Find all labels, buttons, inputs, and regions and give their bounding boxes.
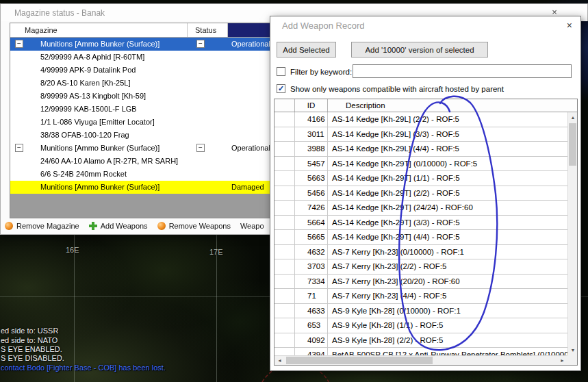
row-selector-cell[interactable]	[274, 171, 295, 186]
column-header-magazine[interactable]: Magazine	[10, 23, 188, 37]
compat-checkbox[interactable]: ✓	[277, 84, 285, 93]
row-selector-cell[interactable]	[274, 289, 295, 303]
magazine-row-status: Operational	[231, 144, 270, 152]
weapon-row[interactable]: 3703AS-7 Kerry [Kh-23] (2/2) - ROF:5	[274, 259, 567, 275]
weapon-description: AS-9 Kyle [Kh-28] (2/2) - ROF:5	[328, 333, 567, 348]
weapon-description: AS-14 Kedge [Kh-29L] (2/2) - ROF:5	[328, 112, 567, 127]
grid-label-16e: 16E	[66, 246, 79, 254]
weapon-row[interactable]: 4633AS-9 Kyle [Kh-28] (0/10000) - ROF:1	[274, 304, 567, 319]
weapon-description: AS-14 Kedge [Kh-29T] (2/2) - ROF:5	[328, 186, 567, 201]
tree-expander-icon[interactable]: −	[15, 144, 23, 152]
weapon-row[interactable]: 71AS-7 Kerry [Kh-23] (4/4) - ROF:5	[274, 289, 567, 304]
weapon-description: AS-14 Kedge [Kh-29T] (3/3) - ROF:5	[328, 216, 567, 230]
add-10000-button[interactable]: Add '10000' version of selected	[351, 42, 488, 58]
weapon-description: AS-9 Kyle [Kh-28] (0/10000) - ROF:1	[328, 304, 567, 318]
row-selector-cell[interactable]	[274, 230, 295, 244]
row-selector-cell[interactable]	[274, 216, 295, 230]
magazine-row-status: Operational	[231, 40, 270, 48]
scroll-up-icon[interactable]: ▲	[568, 112, 578, 123]
scrollbar-corner	[567, 355, 577, 365]
magazine-row-label: Munitions [Ammo Bunker (Surface)]	[40, 144, 159, 152]
weapon-id: 71	[295, 289, 328, 303]
weapon-grid-rows: 4166AS-14 Kedge [Kh-29L] (2/2) - ROF:530…	[274, 112, 567, 355]
weapon-row[interactable]: 5663AS-14 Kedge [Kh-29T] (1/1) - ROF:5	[274, 171, 567, 186]
weapon-description: AS-14 Kedge [Kh-29L] (4/4) - ROF:5	[328, 142, 567, 156]
toolbar-item-remove-magazine[interactable]: Remove Magazine	[5, 222, 79, 230]
row-selector-cell[interactable]	[274, 186, 295, 201]
weapon-grid-header: ID Description	[274, 99, 577, 112]
row-selector-cell[interactable]	[274, 259, 295, 274]
weapon-id: 4166	[295, 112, 328, 127]
magazine-row-label: 6/6 S-24B 240mm Rocket	[40, 170, 127, 178]
weapon-row[interactable]: 7334AS-7 Kerry [Kh-23] (20/20) - ROF:60	[274, 275, 567, 290]
row-selector-cell[interactable]	[274, 333, 295, 348]
status-expander-icon[interactable]: −	[196, 40, 205, 48]
weapon-description: AS-14 Kedge [Kh-29L] (3/3) - ROF:5	[328, 127, 567, 142]
add-weapon-record-dialog: Add Weapon Record × Add Selected Add '10…	[270, 16, 581, 371]
row-selector-cell[interactable]	[274, 142, 295, 156]
weapon-row[interactable]: 3988AS-14 Kedge [Kh-29L] (4/4) - ROF:5	[274, 142, 567, 157]
horizontal-scrollbar[interactable]: ◄ ►	[274, 355, 567, 365]
weapon-description: AS-7 Kerry [Kh-23] (20/20) - ROF:60	[328, 275, 567, 289]
magazine-row-label: 8/20 AS-10 Karen [Kh-25L]	[40, 79, 130, 87]
magazine-row-label: 4/99999 APK-9 Datalink Pod	[40, 66, 136, 74]
icon-remove	[157, 222, 166, 230]
weapon-row[interactable]: 5457AS-14 Kedge [Kh-29T] (0/10000) - ROF…	[274, 157, 567, 172]
weapon-row[interactable]: 4092AS-9 Kyle [Kh-28] (2/2) - ROF:5	[274, 333, 567, 348]
weapon-grid: ID Description 4166AS-14 Kedge [Kh-29L] …	[274, 99, 578, 366]
row-selector-cell[interactable]	[274, 112, 295, 127]
magazine-row-status: Damaged	[231, 183, 264, 191]
column-header-description[interactable]: Description	[328, 99, 577, 112]
dialog-close-icon[interactable]: ×	[567, 20, 572, 31]
row-selector-cell[interactable]	[274, 318, 295, 333]
weapon-row[interactable]: 3011AS-14 Kedge [Kh-29L] (3/3) - ROF:5	[274, 127, 567, 142]
vertical-scrollbar-thumb[interactable]	[569, 123, 576, 166]
magazine-row-label: 1/1 L-086 Viyuga [Emitter Locator]	[40, 118, 155, 126]
weapon-row[interactable]: 653AS-9 Kyle [Kh-28] (1/1) - ROF:5	[274, 318, 567, 333]
weapon-row[interactable]: 5456AS-14 Kedge [Kh-29T] (2/2) - ROF:5	[274, 186, 567, 201]
weapon-description: AS-7 Kerry [Kh-23] (0/10000) - ROF:1	[328, 245, 567, 259]
keyword-input[interactable]	[353, 64, 572, 78]
weapon-row[interactable]: 4394BetAB-500SP CB [12 x Anti-Runway Pen…	[274, 348, 567, 355]
add-selected-button[interactable]: Add Selected	[277, 42, 336, 58]
row-selector-cell[interactable]	[274, 245, 295, 259]
row-selector-cell[interactable]	[274, 275, 295, 289]
toolbar-item-add-weapons[interactable]: Add Weapons	[89, 222, 148, 230]
weapon-row[interactable]: 4166AS-14 Kedge [Kh-29L] (2/2) - ROF:5	[274, 112, 567, 127]
weapon-row[interactable]: 4632AS-7 Kerry [Kh-23] (0/10000) - ROF:1	[274, 245, 567, 260]
weapon-description: AS-9 Kyle [Kh-28] (1/1) - ROF:5	[328, 318, 567, 333]
row-selector-cell[interactable]	[274, 348, 295, 355]
scroll-right-icon[interactable]: ►	[557, 356, 567, 366]
weapon-id: 4633	[295, 304, 328, 318]
icon-remove	[5, 222, 13, 230]
weapon-id: 5457	[295, 157, 328, 171]
row-selector-cell[interactable]	[274, 127, 295, 142]
column-header-status[interactable]: Status	[188, 23, 228, 37]
scroll-down-icon[interactable]: ▼	[568, 345, 578, 355]
weapon-row[interactable]: 7426AS-14 Kedge [Kh-29T] (24/24) - ROF:6…	[274, 201, 567, 216]
row-selector-cell[interactable]	[274, 157, 295, 171]
magazine-row-label: 52/99999 AA-8 Aphid [R-60TM]	[40, 53, 144, 61]
column-header-id[interactable]: ID	[295, 99, 328, 112]
row-selector-cell[interactable]	[274, 304, 295, 318]
row-selector-cell[interactable]	[274, 201, 295, 215]
weapon-row[interactable]: 5664AS-14 Kedge [Kh-29T] (3/3) - ROF:5	[274, 216, 567, 231]
horizontal-scrollbar-thumb[interactable]	[286, 357, 433, 364]
weapon-id: 5456	[295, 186, 328, 201]
toolbar-item-weapons-more[interactable]: Weapo	[240, 222, 264, 230]
weapon-description: AS-14 Kedge [Kh-29T] (4/4) - ROF:5	[328, 230, 567, 244]
magazine-row-label: 24/60 AA-10 Alamo A [R-27R, MR SARH]	[40, 157, 178, 165]
toolbar-item-remove-weapons[interactable]: Remove Weapons	[157, 222, 231, 230]
filter-keyword-checkbox[interactable]	[277, 67, 285, 76]
weapon-id: 4394	[295, 348, 328, 355]
toolbar-item-label: Remove Weapons	[169, 222, 231, 230]
scroll-left-icon[interactable]: ◄	[274, 356, 285, 366]
weapon-id: 3988	[295, 142, 328, 156]
column-header-selector[interactable]	[274, 99, 295, 112]
status-expander-icon[interactable]: −	[196, 144, 205, 152]
weapon-description: AS-14 Kedge [Kh-29T] (24/24) - ROF:60	[328, 201, 567, 215]
weapon-row[interactable]: 5665AS-14 Kedge [Kh-29T] (4/4) - ROF:5	[274, 230, 567, 245]
weapon-id: 4632	[295, 245, 328, 259]
vertical-scrollbar[interactable]: ▲ ▼	[567, 112, 577, 355]
tree-expander-icon[interactable]: −	[15, 40, 23, 48]
